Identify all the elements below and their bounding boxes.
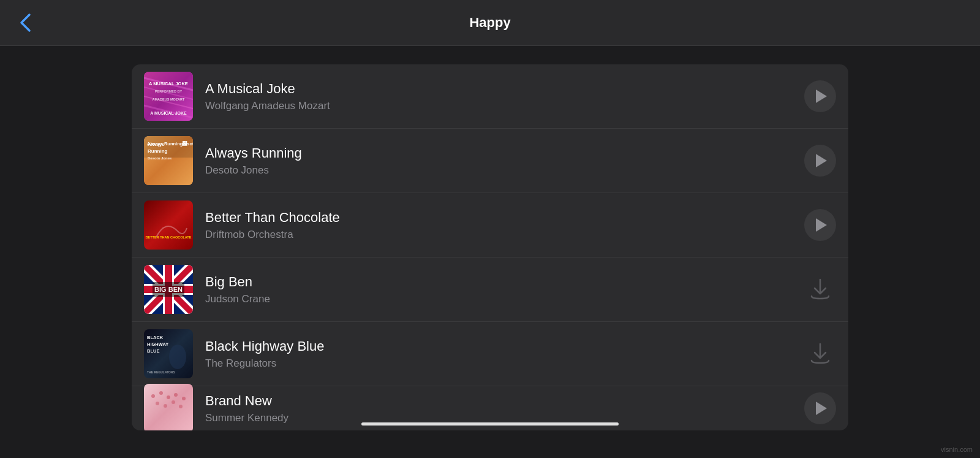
header: Happy	[0, 0, 980, 46]
svg-rect-13	[144, 200, 193, 250]
play-button[interactable]	[804, 80, 836, 112]
play-icon	[816, 402, 827, 415]
svg-point-40	[172, 400, 175, 404]
play-button[interactable]	[804, 392, 836, 424]
song-title: Big Ben	[205, 274, 792, 290]
song-title: Always Running	[205, 145, 792, 161]
svg-text:BLUE: BLUE	[147, 348, 159, 354]
list-item: BIG BEN Big Ben Judson Crane	[132, 258, 848, 322]
svg-text:BETTER THAN CHOCOLATE: BETTER THAN CHOCOLATE	[146, 235, 192, 239]
song-title: Brand New	[205, 393, 792, 409]
svg-text:HIGHWAY: HIGHWAY	[147, 342, 168, 347]
svg-point-38	[156, 402, 159, 405]
svg-text:BIG BEN: BIG BEN	[154, 286, 183, 293]
list-item: BETTER THAN CHOCOLATE Better Than Chocol…	[132, 193, 848, 258]
album-art-better-than-chocolate: BETTER THAN CHOCOLATE	[144, 200, 193, 250]
song-artist: Desoto Jones	[205, 164, 792, 177]
song-title: A Musical Joke	[205, 81, 792, 97]
song-artist: Wolfgang Amadeus Mozart	[205, 100, 792, 112]
album-art-musical-joke: A MUSICAL JOKE PERFORMED BY AMADEUS MOZA…	[144, 72, 193, 121]
album-art-big-ben: BIG BEN	[144, 265, 193, 314]
song-info: Better Than Chocolate Driftmob Orchestra	[205, 210, 792, 241]
svg-text:AMADEUS MOZART: AMADEUS MOZART	[153, 97, 185, 101]
song-action	[804, 145, 836, 177]
album-art-brand-new	[144, 384, 193, 430]
list-item: Brand New Summer Kennedy	[132, 386, 848, 430]
download-button[interactable]	[804, 338, 836, 370]
song-info: A Musical Joke Wolfgang Amadeus Mozart	[205, 81, 792, 112]
play-icon	[816, 218, 827, 232]
svg-text:BLACK: BLACK	[147, 335, 164, 340]
svg-text:PERFORMED BY: PERFORMED BY	[155, 90, 183, 93]
svg-point-39	[164, 404, 167, 408]
svg-point-34	[159, 391, 163, 395]
song-artist: Judson Crane	[205, 293, 792, 305]
svg-rect-32	[144, 384, 193, 430]
svg-text:A MUSICAL JOKE: A MUSICAL JOKE	[149, 81, 188, 86]
album-art-black-highway-blue: BLACK HIGHWAY BLUE THE REGULATORS	[144, 329, 193, 378]
svg-point-41	[179, 405, 183, 408]
scroll-indicator	[361, 422, 619, 426]
main-content: A MUSICAL JOKE PERFORMED BY AMADEUS MOZA…	[0, 46, 980, 458]
song-action	[804, 338, 836, 370]
page-title: Happy	[469, 15, 510, 31]
song-action	[804, 80, 836, 112]
play-button[interactable]	[804, 209, 836, 241]
song-artist: The Regulators	[205, 357, 792, 370]
song-info: Brand New Summer Kennedy	[205, 393, 792, 424]
play-icon	[816, 154, 827, 167]
song-info: Black Highway Blue The Regulators	[205, 338, 792, 370]
svg-point-36	[174, 393, 178, 397]
download-button[interactable]	[804, 273, 836, 305]
back-button[interactable]	[18, 12, 32, 33]
watermark: visnin.com	[941, 446, 973, 453]
svg-text:Running: Running	[148, 148, 168, 154]
svg-rect-9	[144, 136, 193, 158]
list-item: BLACK HIGHWAY BLUE THE REGULATORS Black …	[132, 322, 848, 386]
song-title: Better Than Chocolate	[205, 210, 792, 226]
song-title: Black Highway Blue	[205, 338, 792, 354]
song-artist: Driftmob Orchestra	[205, 229, 792, 241]
song-info: Big Ben Judson Crane	[205, 274, 792, 305]
play-icon	[816, 90, 827, 103]
svg-text:Desoto Jones: Desoto Jones	[148, 156, 172, 160]
svg-point-27	[169, 345, 186, 369]
album-art-always-running: Always Running Desoto Jones	[144, 136, 193, 185]
song-action	[804, 209, 836, 241]
song-action	[804, 273, 836, 305]
playlist-container: A MUSICAL JOKE PERFORMED BY AMADEUS MOZA…	[132, 64, 848, 430]
play-button[interactable]	[804, 145, 836, 177]
svg-point-37	[182, 397, 186, 400]
svg-point-35	[167, 395, 170, 399]
list-item: Always Running Desoto Jones Always Runni…	[132, 129, 848, 193]
song-action	[804, 392, 836, 424]
svg-point-33	[151, 394, 155, 398]
svg-rect-8	[144, 136, 193, 185]
song-info: Always Running Desoto Jones	[205, 145, 792, 177]
svg-text:Always: Always	[148, 142, 165, 147]
svg-text:THE REGULATORS: THE REGULATORS	[147, 370, 176, 374]
list-item: A MUSICAL JOKE PERFORMED BY AMADEUS MOZA…	[132, 64, 848, 129]
